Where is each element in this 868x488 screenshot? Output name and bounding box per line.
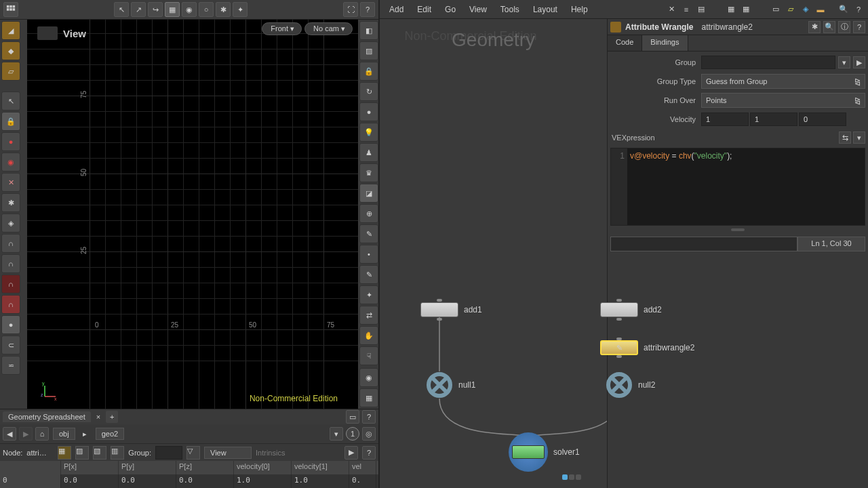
rtool-person-icon[interactable]: ♟ bbox=[359, 143, 378, 162]
node-null2[interactable]: null2 bbox=[606, 371, 655, 399]
vex-editor[interactable]: 1 v@velocity = chv("velocity"); bbox=[610, 148, 865, 226]
arrow2-icon[interactable]: ↪ bbox=[148, 2, 163, 17]
rtool-sphere-icon[interactable]: ● bbox=[359, 102, 378, 121]
ss-col-v0[interactable]: velocity[0] bbox=[234, 461, 292, 474]
mb-note-icon[interactable]: ▱ bbox=[784, 3, 797, 16]
mb-flag-icon[interactable]: ◈ bbox=[799, 3, 812, 16]
ss-link-icon[interactable]: ◎ bbox=[362, 427, 376, 441]
menu-edit[interactable]: Edit bbox=[410, 2, 438, 17]
param-node-name[interactable]: attribwrangle2 bbox=[697, 21, 756, 33]
menu-help[interactable]: Help bbox=[564, 2, 595, 17]
menu-add[interactable]: Add bbox=[382, 2, 410, 17]
view-camera-icon[interactable] bbox=[37, 26, 58, 40]
curve-tool-icon[interactable]: ⊂ bbox=[1, 336, 20, 354]
ss-path-obj[interactable]: obj bbox=[53, 428, 75, 440]
ss-col-py[interactable]: P[y] bbox=[119, 461, 176, 474]
ss-col-pz[interactable]: P[z] bbox=[176, 461, 234, 474]
tool-yellow1-icon[interactable]: ◢ bbox=[1, 21, 20, 40]
ss-view-dropdown[interactable]: View bbox=[204, 447, 252, 459]
ss-back-icon[interactable]: ◀ bbox=[3, 427, 16, 441]
vex-status-field[interactable] bbox=[610, 237, 797, 251]
rtool-lock-icon[interactable]: 🔒 bbox=[359, 62, 378, 81]
select-icon[interactable]: ↖ bbox=[114, 2, 129, 17]
ss-one-icon[interactable]: 1 bbox=[346, 427, 359, 441]
menu-view[interactable]: View bbox=[462, 2, 494, 17]
network-canvas[interactable]: Non-Commercial Edition Geometry ⌁ add1 ⌁… bbox=[380, 19, 607, 488]
dropdown-runover[interactable]: Points⧎ bbox=[701, 93, 865, 108]
param-help-icon[interactable]: ? bbox=[853, 21, 865, 33]
ss-col-0[interactable] bbox=[0, 461, 61, 474]
ss-col-px[interactable]: P[x] bbox=[61, 461, 119, 474]
maximize-icon[interactable]: ⛶ bbox=[343, 2, 358, 17]
ss-intrinsics-label[interactable]: Intrinsics bbox=[256, 449, 285, 457]
ss-col-v2[interactable]: vel bbox=[349, 461, 376, 474]
ss-filter-det-icon[interactable]: ▥ bbox=[111, 446, 124, 460]
gear-icon[interactable]: ✱ bbox=[216, 2, 231, 17]
rtool-dot-icon[interactable]: • bbox=[359, 245, 378, 264]
rtool-wand-icon[interactable]: ✦ bbox=[359, 285, 378, 304]
node-null1[interactable]: null1 bbox=[426, 371, 475, 399]
select-tool-icon[interactable]: ↖ bbox=[1, 92, 20, 110]
tab-bindings[interactable]: Bindings bbox=[642, 35, 688, 51]
rtool-arrows-icon[interactable]: ⇄ bbox=[359, 306, 378, 325]
person-icon[interactable]: ● bbox=[1, 132, 20, 151]
snap4-icon[interactable]: ◈ bbox=[1, 214, 20, 232]
box-icon[interactable]: ▦ bbox=[165, 2, 180, 17]
lock-tool-icon[interactable]: 🔒 bbox=[1, 112, 20, 131]
node-add2[interactable]: ⌁ add2 bbox=[600, 302, 662, 317]
curve2-tool-icon[interactable]: ⋍ bbox=[1, 356, 20, 375]
ss-path-arrow1-icon[interactable]: ▸ bbox=[78, 427, 92, 441]
rtool-tumble-icon[interactable]: ◉ bbox=[359, 368, 378, 387]
menu-go[interactable]: Go bbox=[438, 2, 462, 17]
app-menu-icon[interactable] bbox=[3, 2, 18, 17]
vex-sliders-icon[interactable]: ⇆ bbox=[839, 131, 851, 144]
rtool-bulb-icon[interactable]: 💡 bbox=[359, 123, 378, 142]
spreadsheet-tab[interactable]: Geometry Spreadsheet bbox=[3, 411, 91, 422]
dropdown-grouptype[interactable]: Guess from Group⧎ bbox=[701, 74, 865, 89]
mb-grid2-icon[interactable]: ▦ bbox=[739, 3, 753, 16]
input-velocity-y[interactable] bbox=[750, 113, 797, 126]
mb-box-icon[interactable]: ▭ bbox=[769, 3, 783, 16]
arrow-icon[interactable]: ↗ bbox=[131, 2, 146, 17]
param-search-icon[interactable]: 🔍 bbox=[823, 21, 835, 33]
ss-col-v1[interactable]: velocity[1] bbox=[292, 461, 349, 474]
mb-list-icon[interactable]: ≡ bbox=[679, 3, 693, 16]
table-row[interactable]: 0 0.0 0.0 0.0 1.0 1.0 0. bbox=[0, 474, 378, 488]
sparkle-icon[interactable]: ✦ bbox=[233, 2, 248, 17]
ss-path-dd-icon[interactable]: ▾ bbox=[330, 427, 343, 441]
param-gear-icon[interactable]: ✱ bbox=[808, 21, 821, 33]
help-icon[interactable]: ? bbox=[360, 2, 375, 17]
mb-wrench-icon[interactable]: ✕ bbox=[665, 3, 678, 16]
snap2-icon[interactable]: ✕ bbox=[1, 173, 20, 192]
mb-search-icon[interactable]: 🔍 bbox=[837, 3, 850, 16]
input-velocity-z[interactable] bbox=[799, 113, 846, 126]
menu-tools[interactable]: Tools bbox=[494, 2, 526, 17]
mb-list2-icon[interactable]: ▤ bbox=[694, 3, 708, 16]
circle-icon[interactable]: ○ bbox=[199, 2, 214, 17]
ss-play-icon[interactable]: ▶ bbox=[344, 446, 358, 460]
ss-path-geo2[interactable]: geo2 bbox=[96, 428, 124, 440]
rtool-pen-icon[interactable]: ✎ bbox=[359, 265, 378, 284]
viewport[interactable]: 0 25 50 75 75 50 25 View Front ▾ No cam … bbox=[27, 20, 358, 409]
mb-grid-icon[interactable]: ▦ bbox=[724, 3, 738, 16]
snap3-icon[interactable]: ✱ bbox=[1, 193, 20, 212]
vex-dd-icon[interactable]: ▾ bbox=[853, 131, 865, 144]
tab-code[interactable]: Code bbox=[608, 35, 642, 51]
mb-help-icon[interactable]: ? bbox=[852, 3, 865, 16]
rtool-earth-icon[interactable]: ⊕ bbox=[359, 204, 378, 223]
ss-filter-pts-icon[interactable]: ▦ bbox=[58, 446, 71, 460]
rtool-brush-icon[interactable]: ✎ bbox=[359, 224, 378, 243]
spreadsheet-tab-add[interactable]: + bbox=[106, 411, 118, 423]
ss-help2-icon[interactable]: ? bbox=[362, 446, 376, 460]
mb-folder-icon[interactable]: ▬ bbox=[814, 3, 827, 16]
rtool-crown-icon[interactable]: ♛ bbox=[359, 163, 378, 182]
magnet3-icon[interactable]: ∩ bbox=[1, 274, 20, 293]
tool-yellow3-icon[interactable]: ▱ bbox=[1, 62, 20, 81]
viewport-camera-dropdown[interactable]: No cam ▾ bbox=[304, 22, 353, 35]
tool-yellow2-icon[interactable]: ◆ bbox=[1, 41, 20, 60]
vex-resize-handle[interactable] bbox=[731, 228, 745, 231]
group-pick-icon[interactable]: ▶ bbox=[853, 56, 865, 68]
rtool-hand-icon[interactable]: ✋ bbox=[359, 326, 378, 345]
node-add1[interactable]: ⌁ add1 bbox=[420, 302, 482, 317]
spreadsheet-help-icon[interactable]: ? bbox=[362, 410, 376, 424]
